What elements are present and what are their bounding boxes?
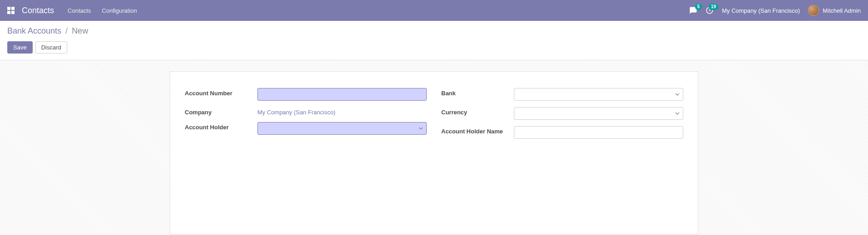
field-account-holder: Account Holder [185,122,427,135]
label-account-holder-name: Account Holder Name [441,126,514,135]
nav-link-configuration[interactable]: Configuration [102,7,137,14]
account-holder-input[interactable] [257,122,427,135]
currency-input[interactable] [514,107,683,120]
activities-badge: 19 [709,4,718,10]
form-col-right: Bank Currency [441,88,683,145]
app-brand[interactable]: Contacts [22,6,54,15]
label-account-number: Account Number [185,88,257,97]
bank-input[interactable] [514,88,683,101]
account-holder-name-input[interactable] [514,126,683,139]
currency-select[interactable] [514,107,683,120]
discard-button[interactable]: Discard [35,41,67,54]
top-navbar: Contacts Contacts Configuration 5 19 My … [0,0,868,21]
field-account-number: Account Number [185,88,427,101]
navbar-right: 5 19 My Company (San Francisco) Mitchell… [689,5,861,16]
field-company: Company My Company (San Francisco) [185,107,427,116]
bank-select[interactable] [514,88,683,101]
content-area: Account Number Company My Company (San F… [0,60,868,235]
label-bank: Bank [441,88,514,97]
breadcrumb: Bank Accounts / New [7,26,861,36]
save-button[interactable]: Save [7,41,33,54]
form-row: Account Number Company My Company (San F… [185,88,683,145]
company-switcher[interactable]: My Company (San Francisco) [722,7,800,14]
control-panel: Bank Accounts / New Save Discard [0,21,868,60]
messages-badge: 5 [695,4,702,10]
account-number-input[interactable] [257,88,427,101]
label-company: Company [185,107,257,116]
activities-icon[interactable]: 19 [705,6,714,15]
nav-link-contacts[interactable]: Contacts [68,7,91,14]
apps-icon[interactable] [7,6,15,15]
label-account-holder: Account Holder [185,122,257,131]
breadcrumb-parent[interactable]: Bank Accounts [7,26,61,35]
field-bank: Bank [441,88,683,101]
label-currency: Currency [441,107,514,116]
user-menu[interactable]: Mitchell Admin [808,5,861,16]
form-sheet: Account Number Company My Company (San F… [170,71,698,235]
breadcrumb-separator: / [65,26,68,35]
control-buttons: Save Discard [7,41,861,54]
user-name: Mitchell Admin [823,7,861,14]
messages-icon[interactable]: 5 [689,6,697,15]
field-currency: Currency [441,107,683,120]
form-col-left: Account Number Company My Company (San F… [185,88,427,145]
field-account-holder-name: Account Holder Name [441,126,683,139]
avatar [808,5,819,16]
breadcrumb-current: New [72,26,88,35]
account-holder-select[interactable] [257,122,427,135]
navbar-left: Contacts Contacts Configuration [7,6,148,15]
company-link[interactable]: My Company (San Francisco) [257,107,427,116]
